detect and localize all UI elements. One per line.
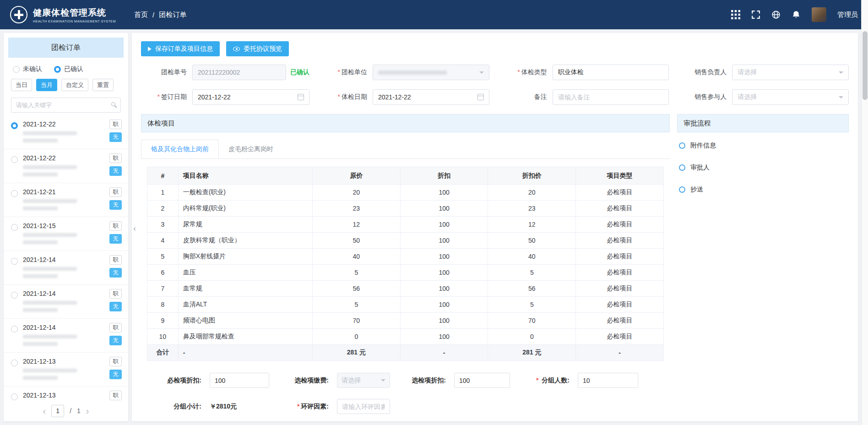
step-circle-icon[interactable] [679, 142, 685, 149]
sidebar-collapse-icon[interactable]: ‹ [131, 219, 138, 238]
filter-button-3[interactable]: 自定义 [61, 79, 88, 91]
step-circle-icon[interactable] [679, 186, 685, 193]
optional-discount-input[interactable] [454, 373, 510, 388]
order-item-body: 2021-12-14 [23, 256, 123, 278]
order-badge: 职 [109, 120, 122, 129]
filter-button-2[interactable]: 当月 [36, 79, 57, 91]
table-row-8[interactable]: 8血清ALT51005必检项目 [147, 297, 664, 313]
table-row-3[interactable]: 3尿常规1210012必检项目 [147, 217, 664, 233]
order-list-item-3[interactable]: 2021-12-21职无 [4, 183, 128, 217]
order-list-item-8[interactable]: 2021-12-13职无 [4, 353, 128, 387]
order-no-input [192, 65, 286, 80]
group-count-input[interactable] [578, 373, 638, 388]
radio-circle-icon[interactable] [13, 66, 20, 73]
order-radio-icon[interactable] [11, 156, 18, 163]
table-cell: 100 [400, 217, 488, 233]
breadcrumb-home[interactable]: 首页 [134, 11, 148, 19]
table-cell: 100 [400, 281, 488, 297]
project-tab-2[interactable]: 皮毛粉尘离岗时 [219, 140, 283, 158]
breadcrumb-current: 团检订单 [159, 11, 186, 19]
table-row-6[interactable]: 6血压51005必检项目 [147, 265, 664, 281]
order-badge: 无 [109, 302, 122, 311]
table-cell: 尿常规 [178, 217, 312, 233]
order-date: 2021-12-22 [23, 154, 123, 162]
remark-input[interactable] [553, 89, 669, 105]
order-radio-icon[interactable] [11, 360, 18, 366]
exam-type-input[interactable] [553, 65, 669, 80]
keyword-search-input[interactable] [11, 98, 121, 113]
exam-date-label: *体检日期 [321, 93, 373, 101]
order-list-item-4[interactable]: 2021-12-15职无 [4, 217, 128, 251]
globe-language-icon[interactable] [771, 10, 781, 19]
sales-lead-select[interactable]: 请选择 [732, 65, 849, 80]
step-label: 审批人 [690, 163, 710, 172]
table-cell: 内科常规(职业) [178, 201, 312, 217]
table-row-5[interactable]: 5胸部X射线摄片4010040必检项目 [147, 249, 664, 265]
table-cell: 一般检查(职业) [178, 185, 312, 201]
table-cell: 必检项目 [576, 201, 664, 217]
order-radio-icon[interactable] [11, 258, 18, 265]
order-radio-icon[interactable] [11, 224, 18, 231]
sign-date-picker[interactable]: 2021-12-22 [192, 89, 309, 105]
order-list-item-7[interactable]: 2021-12-14职无 [4, 319, 128, 353]
pagination-current-page[interactable]: 1 [51, 405, 64, 417]
table-cell: 100 [400, 249, 488, 265]
order-badges: 职无 [109, 187, 122, 210]
table-row-1[interactable]: 1一般检查(职业)2010020必检项目 [147, 185, 664, 201]
user-avatar[interactable] [812, 7, 826, 22]
order-badge: 无 [109, 200, 122, 210]
order-list-item-6[interactable]: 2021-12-14职无 [4, 285, 128, 319]
env-factor-input[interactable] [337, 399, 390, 414]
project-tab-1[interactable]: 铬及其化合物上岗前 [141, 140, 219, 158]
pagination-prev-icon[interactable]: ‹ [43, 406, 46, 415]
order-badges: 职无 [109, 120, 122, 142]
filter-button-4[interactable]: 重置 [92, 79, 114, 91]
order-radio-icon[interactable] [11, 292, 18, 299]
table-row-7[interactable]: 7血常规5610056必检项目 [147, 281, 664, 297]
order-radio-icon[interactable] [11, 393, 18, 400]
redacted-text-line [23, 207, 58, 210]
step-circle-icon[interactable] [679, 164, 685, 171]
bell-notification-icon[interactable] [792, 10, 801, 19]
search-icon [111, 102, 115, 106]
order-radio-icon[interactable] [11, 326, 18, 332]
redacted-text-line [23, 173, 58, 176]
table-total-row: 合计-281 元-281 元- [147, 345, 664, 361]
table-row-2[interactable]: 2内科常规(职业)2310023必检项目 [147, 201, 664, 217]
table-row-10[interactable]: 10鼻及咽部常规检查01000必检项目 [147, 329, 664, 345]
order-radio-icon[interactable] [11, 190, 18, 197]
order-list-item-2[interactable]: 2021-12-22职无 [4, 149, 128, 183]
field-exam-type: *体检类型 [501, 65, 669, 80]
radio-circle-checked-icon[interactable] [54, 66, 61, 73]
pagination-next-icon[interactable]: › [86, 406, 89, 415]
project-table-head: #项目名称原价折扣折扣价项目类型 [147, 167, 664, 185]
radio-unconfirmed[interactable]: 未确认 [13, 65, 42, 73]
save-order-button[interactable]: 保存订单及项目信息 [141, 41, 220, 56]
order-radio-icon[interactable] [11, 122, 18, 129]
order-list-item-1[interactable]: 2021-12-22职无 [4, 115, 128, 149]
table-cell: 必检项目 [576, 313, 664, 329]
filter-button-1[interactable]: 当日 [11, 79, 32, 91]
table-cell: 70 [312, 313, 400, 329]
order-list-item-5[interactable]: 2021-12-14职无 [4, 251, 128, 285]
user-role-label[interactable]: 管理员 [837, 11, 858, 19]
total-cell: - [178, 345, 312, 361]
page-scrollbar[interactable] [861, 0, 868, 425]
table-row-4[interactable]: 4皮肤科常规（职业）5010050必检项目 [147, 233, 664, 249]
required-discount-input[interactable] [210, 373, 269, 388]
radio-confirmed[interactable]: 已确认 [54, 65, 83, 73]
exam-date-picker[interactable]: 2021-12-22 [373, 89, 489, 105]
agreement-preview-button[interactable]: 委托协议预览 [226, 41, 289, 56]
order-list-item-9[interactable]: 2021-12-13职 [4, 387, 128, 400]
table-row-9[interactable]: 9频谱心电图7010070必检项目 [147, 313, 664, 329]
sales-participant-select[interactable]: 请选择 [732, 89, 849, 105]
table-cell: 10 [147, 329, 179, 345]
order-badges: 职 [109, 391, 122, 400]
column-header: 折扣价 [488, 167, 576, 185]
table-cell: 70 [488, 313, 576, 329]
required-mark: * [536, 376, 538, 384]
fullscreen-icon[interactable] [751, 10, 760, 19]
apps-grid-icon[interactable] [731, 10, 740, 19]
table-cell: 50 [312, 233, 400, 249]
scrollbar-thumb[interactable] [863, 31, 868, 100]
